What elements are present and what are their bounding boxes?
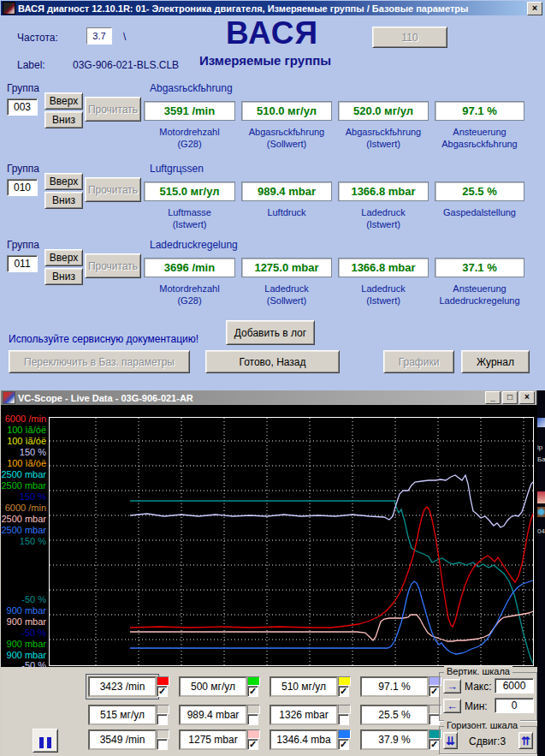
group-up-button[interactable]: Вверх	[44, 92, 83, 110]
min-label: Мин:	[465, 700, 488, 712]
channel-value: 510 мг/ул	[270, 676, 338, 697]
group-read-button[interactable]: Прочитать	[85, 97, 141, 122]
channel-value: 97.1 %	[360, 676, 429, 697]
measure-caption: AnsteuerungAbgasrьckfьhrung	[426, 126, 533, 150]
group-header: Abgasrьckfьhrung	[150, 82, 233, 94]
channel-checkbox[interactable]: ✓	[338, 739, 349, 750]
scope-window: VC-Scope - Live Data - 03G-906-021-AR _ …	[0, 390, 537, 756]
group-down-button[interactable]: Вниз	[44, 192, 83, 209]
measure-caption: Ladedruck(Sollwert)	[233, 283, 341, 307]
label-file-value: 03G-906-021-BLS.CLB	[73, 59, 179, 71]
desktop-icon[interactable]	[537, 491, 545, 503]
close-icon[interactable]: ×	[527, 2, 542, 15]
channel-value: 25.5 %	[360, 705, 429, 725]
group-read-button[interactable]: Прочитать	[85, 253, 141, 278]
scope-titlebar[interactable]: VC-Scope - Live Data - 03G-906-021-AR _ …	[1, 390, 536, 405]
measure-caption: Ladedruck(Istwert)	[329, 283, 437, 307]
main-window-title: ВАСЯ диагност 12.10.1R: 01- Электроника …	[18, 3, 468, 14]
measure-caption: Abgasrьckfьhrung(Sollwert)	[233, 126, 341, 150]
desktop-icon-label: 04	[537, 527, 545, 535]
busy-spinner: \	[123, 31, 126, 43]
channel-value: 1326 mbar	[270, 705, 338, 725]
scale-right-arrow-button[interactable]: →	[443, 679, 461, 693]
axis-label: 900 mbar	[1, 639, 46, 649]
measure-value: 3591 /min	[144, 101, 235, 121]
channel-value: 1275 mbar	[179, 729, 247, 750]
desktop-icon[interactable]	[537, 507, 545, 517]
axis-label: 6000 /min	[1, 414, 46, 424]
channel-checkbox[interactable]: ✓	[247, 739, 258, 750]
group-up-button[interactable]: Вверх	[44, 249, 83, 266]
main-window: ВАСЯ диагност 12.10.1R: 01- Электроника …	[0, 0, 545, 390]
group-number-input[interactable]	[7, 179, 38, 196]
min-input[interactable]	[495, 698, 534, 713]
measure-caption: AnsteuerungLadedruckregelung	[426, 283, 533, 307]
measure-value: 1366.8 mbar	[338, 258, 429, 277]
pause-button[interactable]	[33, 729, 58, 753]
scope-chart	[49, 417, 534, 666]
label-caption: Label:	[17, 59, 45, 71]
measure-value: 510.0 мг/ул	[241, 101, 332, 121]
channel-checkbox[interactable]: ✓	[157, 686, 168, 697]
channel-color-swatch	[338, 729, 351, 739]
group-down-button[interactable]: Вниз	[44, 268, 83, 285]
interval-button[interactable]: 110	[372, 27, 447, 48]
scope-window-title: VC-Scope - Live Data - 03G-906-021-AR	[18, 393, 193, 403]
desktop-icon[interactable]	[537, 418, 545, 427]
switch-basic-settings-button[interactable]: Переключить в Баз. параметры	[9, 350, 190, 373]
scope-plot-area: 6000 /min100 ìã/óë100 ìã/óë150 %100 ìã/ó…	[1, 405, 538, 667]
group-up-button[interactable]: Вверх	[44, 173, 83, 190]
channel-value: 3549 /min	[88, 729, 157, 750]
journal-button[interactable]: Журнал	[461, 350, 530, 373]
group-header: Ladedruckregelung	[150, 239, 238, 251]
measure-caption: Luftdruck	[233, 206, 341, 218]
horizontal-scale-label: Горизонт. шкала	[444, 720, 520, 730]
scope-control-panel: 3423 /min✓500 мг/ул✓510 мг/ул✓97.1 %✓515…	[1, 667, 538, 756]
channel-color-swatch	[338, 705, 351, 714]
group-read-button[interactable]: Прочитать	[85, 177, 141, 202]
graphs-button[interactable]: Графики	[383, 350, 454, 373]
channel-color-swatch	[157, 729, 169, 739]
group-down-button[interactable]: Вниз	[44, 111, 83, 128]
axis-label: 100 ìã/óë	[1, 458, 46, 468]
measure-value: 97.1 %	[435, 101, 524, 121]
measure-caption: Motordrehzahl(G28)	[135, 126, 244, 150]
measure-value: 989.4 mbar	[241, 182, 332, 201]
shift-down-button[interactable]: ⇊	[443, 732, 458, 749]
channel-value: 515 мг/ул	[88, 705, 157, 725]
channel-checkbox[interactable]	[157, 714, 168, 725]
main-titlebar[interactable]: ВАСЯ диагност 12.10.1R: 01- Электроника …	[1, 1, 544, 15]
group-number-input[interactable]	[7, 255, 38, 272]
vertical-scale-label: Вертик. шкала	[444, 666, 512, 676]
max-input[interactable]	[495, 678, 534, 693]
axis-label: 900 mbar	[1, 650, 46, 660]
desktop-icon-label: ip	[537, 443, 545, 451]
channel-value: 1346.4 mba	[270, 729, 338, 750]
measure-value: 25.5 %	[435, 182, 524, 201]
channel-checkbox[interactable]	[338, 714, 349, 725]
measure-caption: Motordrehzahl(G28)	[135, 283, 244, 307]
frequency-input[interactable]	[86, 27, 112, 45]
channel-checkbox[interactable]: ✓	[338, 686, 349, 697]
done-back-button[interactable]: Готово, Назад	[205, 350, 340, 373]
channel-checkbox[interactable]	[157, 739, 168, 750]
close-icon[interactable]: ×	[519, 391, 535, 404]
add-to-log-button[interactable]: Добавить в лог	[226, 320, 315, 345]
shift-up-button[interactable]: ⇈	[518, 732, 533, 749]
axis-label: 2500 mbar	[1, 525, 46, 535]
axis-label: 900 mbar	[1, 616, 46, 627]
axis-label: 150 %	[1, 491, 46, 502]
channel-checkbox[interactable]: ✓	[247, 686, 258, 697]
page-title: Измеряемые группы	[199, 53, 331, 68]
measure-value: 1366.8 mbar	[338, 182, 429, 201]
horizontal-scale-group: Горизонт. шкала ⇊ Сдвиг:3 ⇈	[439, 726, 537, 754]
desktop-icon-label: Ба	[537, 455, 545, 463]
axis-label: 150 %	[1, 536, 46, 546]
scale-left-arrow-button[interactable]: ←	[443, 699, 461, 713]
axis-label: 100 ìã/óë	[1, 436, 46, 446]
minimize-icon[interactable]: _	[485, 391, 501, 404]
group-number-input[interactable]	[7, 98, 38, 116]
channel-checkbox[interactable]	[247, 714, 258, 725]
channel-value: 989.4 mbar	[179, 705, 247, 725]
maximize-icon[interactable]: □	[502, 391, 518, 404]
